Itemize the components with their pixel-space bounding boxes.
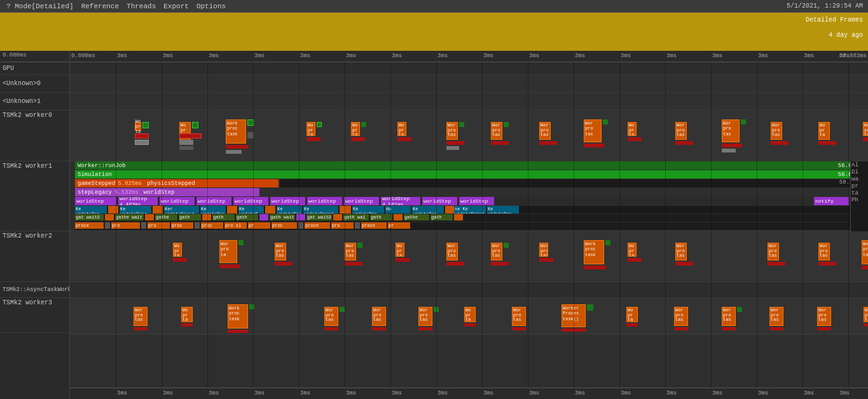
gw10: gath (370, 214, 392, 220)
worker1-row: Worker::runJob 56.070ms Simulation 56.07… (70, 161, 868, 231)
vsep10 (528, 62, 528, 388)
w2-blk12b (768, 262, 785, 266)
w2-blk6a: Worprotas (446, 243, 458, 260)
ws5: worldStep (233, 197, 268, 205)
unknown0-row (70, 75, 868, 93)
w3-blk4c (324, 327, 338, 330)
w0-blk8c (491, 141, 509, 145)
w3-blk14a: Worprotas (817, 307, 831, 326)
ruler-3ms-14: 3ms (712, 53, 722, 59)
w2-blk13a: Worprotas (818, 243, 830, 260)
ub9: Hu (385, 206, 411, 213)
w3-blk13b (769, 327, 783, 330)
worker-run-job-bar: Worker::runJob 56.070ms (75, 161, 868, 170)
w0-blk16b (863, 137, 868, 141)
w2-blk9a: Workproctask (584, 240, 604, 264)
w0-blk13d (722, 149, 736, 152)
w0-group15: Woprta (817, 122, 839, 157)
w3-blk11b (674, 327, 688, 330)
w0-blk10b (603, 119, 608, 125)
worker3-row: Worprotas Woprta Workproctask Worprotas … (70, 298, 868, 335)
w3-blk10a: Woprta (626, 307, 638, 322)
w0-group4: Woprta (305, 122, 324, 154)
gw2b (145, 214, 154, 220)
labels-panel: 0.000ms GPU <Unknown>0 <Unknown>1 TSMk2 … (0, 51, 70, 399)
w2-blk2b (238, 240, 244, 245)
w2-blk9b (605, 240, 610, 245)
ub4: Ke updateBro (200, 206, 226, 213)
ws9: worldStep 4.581ms (381, 197, 420, 205)
w3-group4: Worprotas (324, 307, 347, 332)
vsep17 (848, 62, 849, 388)
w3-group2: Woprta (181, 307, 200, 332)
unknown1-label: <Unknown>1 (0, 93, 69, 111)
ub8: Ke updateBro (352, 206, 384, 213)
update-broad-row: Ke updateBro Ke updateBroa Ker updateBro… (75, 206, 868, 213)
ub7: Ke updateBroad (303, 206, 338, 213)
gw8: gat waitU (307, 214, 332, 220)
pr10s (355, 222, 360, 229)
w2-blk5a: Woprta (396, 243, 404, 257)
top-right-info: 5/1/2021, 1:29:54 AM (787, 3, 865, 10)
gw11: gathe (404, 214, 429, 220)
ws2: worldStep 4.463ms (118, 197, 158, 205)
gw6b (259, 214, 268, 220)
w2-blk10a: Woprta (628, 243, 637, 257)
w2-group11: Worprotas (674, 243, 696, 278)
ub11: ne Ke updateBroad (454, 206, 486, 213)
w0-blk7b (459, 122, 464, 127)
ws10: worldStep (422, 197, 457, 205)
w3-group3: Workproctask (228, 304, 256, 335)
w0-blk11a: Woprta (628, 122, 637, 136)
w0-blk8b (504, 122, 509, 127)
w2-blk2c (219, 264, 240, 268)
ruler-row: 0.000ms 3ms 3ms 3ms 3ms 3ms 3ms 3ms 3ms … (70, 51, 868, 62)
pr5: proc (201, 222, 223, 229)
ub3: Ker updateBroad (164, 206, 199, 213)
ws11: worldStep (459, 197, 494, 205)
ws3: worldStep (160, 197, 195, 205)
unknown1-row (70, 93, 868, 111)
w3-blk15b (864, 323, 868, 327)
ruler-3ms-3: 3ms (209, 53, 219, 59)
ub10: Ke updateBro (412, 206, 444, 213)
pr4s (195, 222, 200, 229)
ruler-3ms-10: 3ms (529, 53, 539, 59)
w2-blk1b (173, 258, 187, 262)
w3-blk12c (722, 327, 736, 330)
w0-blk1c (135, 133, 149, 139)
w0-blk2b (192, 122, 198, 128)
w3-group15: Woprta (864, 307, 868, 332)
vsep2 (162, 62, 162, 388)
export-menu-item[interactable]: Export (160, 3, 193, 10)
ruler-3ms-16: 3ms (804, 53, 814, 59)
ruler-end: 57.883ms (839, 53, 867, 59)
w3-blk8a: Worprotas (512, 307, 526, 326)
w2-group9: Workproctask (584, 240, 612, 278)
vsep6 (345, 62, 345, 388)
w0-blk13a: Worprotas (722, 119, 740, 142)
threads-menu-item[interactable]: Threads (123, 3, 160, 10)
w3-blk14b (817, 327, 831, 330)
w3-blk4b (340, 307, 345, 312)
w2-group8: Worprotas (538, 243, 557, 274)
main-timeline[interactable]: 0.000ms 3ms 3ms 3ms 3ms 3ms 3ms 3ms 3ms … (70, 51, 868, 399)
options-menu-item[interactable]: Options (193, 3, 230, 10)
pr10: pro (331, 222, 354, 229)
step-legacy-bar: stepLegacy 5.532ms worldStep (75, 188, 259, 196)
w0-blk10a: Worprotas (584, 119, 602, 142)
mode-menu-item[interactable]: ? Mode[Detailed] (3, 3, 78, 10)
ruler-start-label: 0.000ms (0, 51, 69, 62)
ruler-3ms-15: 3ms (758, 53, 768, 59)
w3-group10: Woprta (626, 307, 645, 332)
pr4: proc (171, 222, 193, 229)
w0-blk5c (351, 137, 365, 141)
pr3: pro (148, 222, 170, 229)
pr1: proce (75, 222, 104, 229)
reference-menu-item[interactable]: Reference (78, 3, 123, 10)
worker0-label: TSMk2 worker0 (0, 111, 69, 161)
ub1: Ke updateBro (75, 206, 107, 213)
rl-wa: wa (851, 176, 867, 182)
w3-group14: Worprotas (817, 307, 839, 332)
gw9: gath wai (343, 214, 369, 220)
